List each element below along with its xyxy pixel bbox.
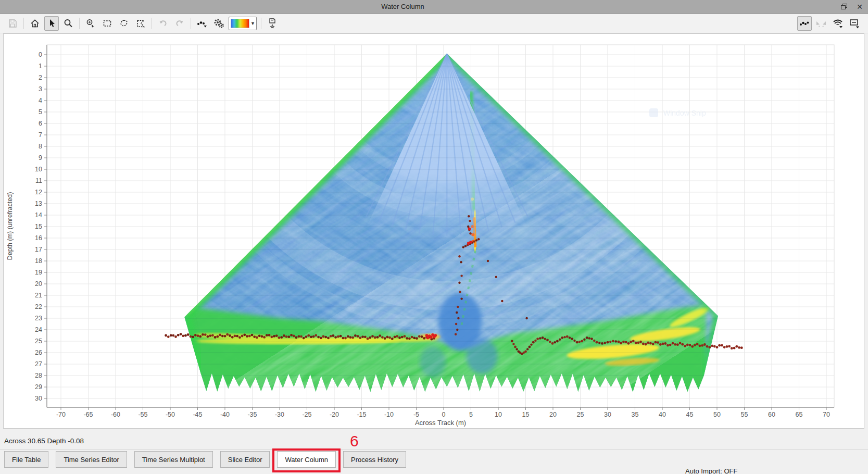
svg-text:13: 13 <box>35 200 42 207</box>
colormap-select[interactable]: ▼ <box>229 17 257 30</box>
svg-text:45: 45 <box>686 411 694 418</box>
svg-text:40: 40 <box>659 411 666 418</box>
rect-select-icon[interactable] <box>100 16 115 31</box>
undo-icon[interactable] <box>156 16 170 31</box>
cursor-status: Across 30.65 Depth -0.08 <box>4 437 84 445</box>
svg-text:10: 10 <box>495 411 502 418</box>
svg-text:-40: -40 <box>220 411 230 418</box>
fan-view-icon[interactable] <box>831 16 845 31</box>
toolbar: ▼ <box>0 14 868 33</box>
zoom-select-icon[interactable] <box>83 16 98 31</box>
svg-text:5: 5 <box>469 411 473 418</box>
svg-text:-25: -25 <box>302 411 311 418</box>
svg-text:-65: -65 <box>83 411 93 418</box>
svg-text:-70: -70 <box>56 411 66 418</box>
point-display-icon[interactable] <box>195 16 209 31</box>
chevron-down-icon: ▼ <box>249 21 256 26</box>
svg-text:-45: -45 <box>193 411 202 418</box>
annotation-number: 6 <box>350 433 359 449</box>
close-icon[interactable]: ✕ <box>856 3 864 11</box>
water-column-plot-panel[interactable]: 0123456789101112131415161718192021222324… <box>3 33 864 429</box>
svg-text:25: 25 <box>35 338 42 345</box>
svg-text:23: 23 <box>35 315 42 322</box>
svg-text:3: 3 <box>39 85 42 93</box>
y-axis-title: Depth (m) (unrefracted) <box>6 192 14 260</box>
svg-text:19: 19 <box>35 269 42 276</box>
lasso-select-icon[interactable] <box>117 16 131 31</box>
svg-text:22: 22 <box>35 303 42 310</box>
points-view-icon[interactable] <box>797 16 812 31</box>
display-options-icon[interactable] <box>847 16 862 31</box>
svg-text:-15: -15 <box>357 411 366 418</box>
settings-gears-icon[interactable] <box>211 16 226 31</box>
tab-slice-editor[interactable]: Slice Editor <box>220 451 270 468</box>
svg-text:-55: -55 <box>138 411 147 418</box>
home-icon[interactable] <box>28 16 42 31</box>
save-icon[interactable] <box>5 16 20 31</box>
svg-text:50: 50 <box>713 411 721 418</box>
svg-text:0: 0 <box>39 51 42 58</box>
svg-text:30: 30 <box>35 395 42 402</box>
svg-text:-60: -60 <box>111 411 120 418</box>
magnifier-icon[interactable] <box>61 16 76 31</box>
tab-file-table[interactable]: File Table <box>4 451 48 468</box>
svg-text:2: 2 <box>39 74 42 81</box>
svg-text:20: 20 <box>35 280 42 288</box>
svg-text:1: 1 <box>39 63 42 70</box>
polygon-select-icon[interactable] <box>133 16 148 31</box>
redo-icon[interactable] <box>172 16 187 31</box>
window-snip-watermark: Window Snip <box>649 108 706 117</box>
svg-text:7: 7 <box>39 131 42 139</box>
svg-text:0: 0 <box>442 411 446 418</box>
water-column-fan <box>4 34 864 428</box>
svg-text:8: 8 <box>39 143 42 150</box>
svg-text:-30: -30 <box>275 411 284 418</box>
title-bar: Water Column ✕ <box>0 0 868 14</box>
svg-text:28: 28 <box>35 372 42 379</box>
svg-text:-35: -35 <box>247 411 257 418</box>
svg-text:10: 10 <box>35 166 42 173</box>
fan-pair-view-icon[interactable] <box>814 16 828 31</box>
svg-text:60: 60 <box>768 411 775 418</box>
svg-text:9: 9 <box>39 154 42 161</box>
svg-text:-50: -50 <box>166 411 175 418</box>
pointer-tool-icon[interactable] <box>44 16 59 31</box>
svg-text:30: 30 <box>604 411 611 418</box>
svg-text:6: 6 <box>39 120 42 127</box>
svg-text:-5: -5 <box>413 411 419 418</box>
svg-text:70: 70 <box>823 411 830 418</box>
svg-text:21: 21 <box>35 292 42 299</box>
tab-time-series-editor[interactable]: Time Series Editor <box>56 451 127 468</box>
colormap-swatch <box>231 19 249 28</box>
svg-text:26: 26 <box>35 349 42 356</box>
tab-time-series-multiplot[interactable]: Time Series Multiplot <box>134 451 213 468</box>
x-axis-title: Across Track (m) <box>415 419 466 427</box>
window-title: Water Column <box>0 3 806 10</box>
export-fan-icon[interactable] <box>265 16 280 31</box>
svg-text:Window Snip: Window Snip <box>663 109 706 117</box>
tab-bar: File TableTime Series EditorTime Series … <box>4 451 406 468</box>
water-column-chart: 0123456789101112131415161718192021222324… <box>4 34 864 428</box>
svg-text:14: 14 <box>35 211 42 219</box>
svg-text:29: 29 <box>35 383 42 391</box>
tab-water-column[interactable]: Water Column <box>277 451 336 468</box>
bottom-bar: Across 30.65 Depth -0.08 File TableTime … <box>0 429 868 474</box>
svg-text:17: 17 <box>35 246 42 253</box>
application-window: { "window": { "title": "Water Column", "… <box>0 0 868 474</box>
svg-text:15: 15 <box>35 223 42 230</box>
svg-text:-20: -20 <box>330 411 339 418</box>
svg-text:20: 20 <box>549 411 557 418</box>
divider <box>0 449 868 450</box>
svg-text:5: 5 <box>39 108 42 116</box>
svg-text:18: 18 <box>35 257 42 265</box>
tab-process-history[interactable]: Process History <box>343 451 406 468</box>
svg-text:16: 16 <box>35 234 42 242</box>
svg-text:11: 11 <box>35 177 42 184</box>
svg-text:35: 35 <box>632 411 639 418</box>
svg-text:12: 12 <box>35 189 42 196</box>
svg-text:55: 55 <box>741 411 748 418</box>
auto-import-status: Auto Import: OFF <box>685 467 737 474</box>
restore-window-icon[interactable] <box>840 3 848 11</box>
svg-text:15: 15 <box>522 411 530 418</box>
svg-text:4: 4 <box>39 97 42 104</box>
